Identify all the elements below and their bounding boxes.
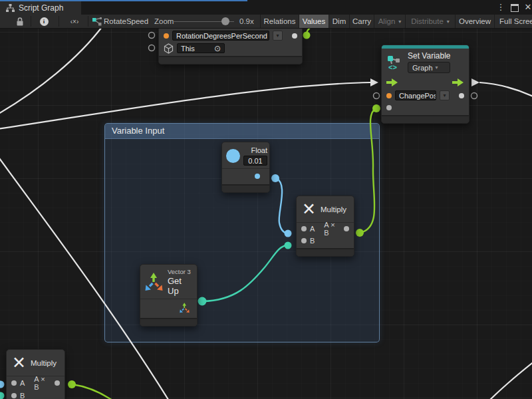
graph-toolbar: i ‹×› RotateSpeed Zoom 0.9x Relations Va… xyxy=(0,15,532,29)
carry-button[interactable]: Carry xyxy=(349,15,374,28)
multiply-title: Multiply xyxy=(321,205,346,213)
toolbar-separator xyxy=(88,16,88,27)
overview-button[interactable]: Overview xyxy=(455,15,494,28)
maximize-button[interactable] xyxy=(511,4,519,12)
get-variable-output-port[interactable] xyxy=(292,33,297,39)
multiply-title: Multiply xyxy=(31,359,57,367)
float-type-label: Float xyxy=(251,146,267,154)
target-object-value: This xyxy=(181,44,195,53)
multiply-b-port[interactable] xyxy=(301,238,307,243)
multiply-output-port[interactable] xyxy=(55,380,60,386)
values-button[interactable]: Values xyxy=(299,15,329,28)
variable-name-port[interactable] xyxy=(386,93,392,98)
title-bar: Script Graph ⋮ ✕ xyxy=(0,0,532,15)
graph-breadcrumb[interactable]: RotateSpeed xyxy=(104,15,148,28)
zoom-slider-handle[interactable] xyxy=(221,17,229,25)
variable-name-port[interactable] xyxy=(164,33,169,39)
close-button[interactable]: ✕ xyxy=(523,2,532,13)
group-header[interactable]: Variable Input xyxy=(105,124,379,139)
vector3-axes-icon xyxy=(145,273,163,291)
set-variable-dropdown-button[interactable]: ▾ xyxy=(440,90,450,100)
button-label: Dim xyxy=(332,17,346,25)
relations-button[interactable]: Relations xyxy=(260,15,299,28)
node-set-variable[interactable]: <> Set Variable Graph ▾ ChangePos ▾ xyxy=(381,45,469,124)
set-variable-output-port[interactable] xyxy=(459,93,464,98)
multiply-output-label: A × B xyxy=(324,221,340,237)
scope-dropdown-arrow-icon: ▾ xyxy=(436,65,438,70)
tab-script-graph[interactable]: Script Graph xyxy=(0,1,81,15)
float-value-input[interactable]: 0.01 xyxy=(243,156,267,166)
multiply-b-label: B xyxy=(20,392,25,399)
button-label: Relations xyxy=(264,17,296,25)
multiply-icon: ✕ xyxy=(302,201,316,218)
node-footer xyxy=(222,184,269,192)
set-variable-name-dropdown[interactable]: ChangePos xyxy=(395,90,436,100)
zoom-value: 0.9x xyxy=(239,15,254,28)
multiply-a-label: A xyxy=(310,225,315,233)
node-footer xyxy=(140,318,197,326)
button-label: Values xyxy=(303,17,325,25)
button-label: Carry xyxy=(352,17,371,25)
code-toggle-button[interactable]: ‹×› xyxy=(65,15,84,28)
multiply-a-label: A xyxy=(20,379,25,387)
chevron-down-icon: ▾ xyxy=(398,19,401,25)
button-label: Overview xyxy=(459,17,491,25)
vector3-output-port[interactable] xyxy=(180,303,190,313)
gameobject-cube-icon xyxy=(164,43,174,54)
info-button[interactable]: i xyxy=(39,15,49,28)
multiply-output-label: A × B xyxy=(34,375,51,391)
button-label: Distribute xyxy=(411,17,444,25)
variable-name-dropdown[interactable]: RotationDegreesPerSecond xyxy=(172,31,269,41)
node-footer xyxy=(297,248,354,256)
window-menu-button[interactable]: ⋮ xyxy=(495,2,506,13)
variable-dropdown-button[interactable]: ▾ xyxy=(273,31,283,41)
node-vector3-get-up[interactable]: Vector 3 Get Up xyxy=(140,264,198,327)
variable-scope-dropdown[interactable]: Graph ▾ xyxy=(408,62,450,73)
button-label: Full Screen xyxy=(499,17,532,25)
multiply-a-port[interactable] xyxy=(301,226,307,231)
variable-scope-value: Graph xyxy=(412,64,433,72)
variable-brackets-icon: <> xyxy=(388,63,397,70)
multiply-a-port[interactable] xyxy=(11,380,17,386)
info-icon: i xyxy=(40,17,49,26)
node-footer xyxy=(159,56,302,64)
align-dropdown-button[interactable]: Align ▾ xyxy=(374,15,405,28)
flow-input-port[interactable] xyxy=(386,78,398,86)
target-object-field[interactable]: This ⊙ xyxy=(177,43,225,53)
node-float-literal[interactable]: Float 0.01 xyxy=(221,142,270,193)
lock-button[interactable] xyxy=(15,15,25,28)
vector3-type-label: Vector 3 xyxy=(168,268,192,275)
chevron-down-icon: ▾ xyxy=(447,19,450,25)
toolbar-separator xyxy=(59,16,59,27)
float-output-port[interactable] xyxy=(255,174,260,179)
node-get-variable[interactable]: RotationDegreesPerSecond ▾ This ⊙ xyxy=(158,28,303,65)
distribute-dropdown-button[interactable]: Distribute ▾ xyxy=(405,15,455,28)
multiply-icon: ✕ xyxy=(12,354,26,372)
flow-output-port[interactable] xyxy=(452,78,464,86)
dim-button[interactable]: Dim xyxy=(329,15,349,28)
node-footer xyxy=(382,115,469,123)
node-multiply-main[interactable]: ✕ Multiply A A × B B xyxy=(296,196,354,257)
tab-title: Script Graph xyxy=(19,3,63,13)
button-label: Align xyxy=(378,17,396,25)
full-screen-button[interactable]: Full Screen xyxy=(494,15,532,28)
set-variable-title: Set Variable xyxy=(408,51,450,61)
multiply-output-port[interactable] xyxy=(344,226,349,231)
set-variable-value-port[interactable] xyxy=(386,105,392,110)
graph-breadcrumb-icon xyxy=(92,15,102,28)
toolbar-separator xyxy=(31,16,31,27)
get-up-title: Get Up xyxy=(168,276,192,296)
zoom-label: Zoom xyxy=(154,15,174,28)
node-multiply-bottom[interactable]: ✕ Multiply A A × B B xyxy=(6,349,65,399)
float-type-icon xyxy=(226,149,240,163)
script-graph-icon xyxy=(6,4,15,12)
group-title: Variable Input xyxy=(112,126,164,136)
lock-icon xyxy=(16,17,24,26)
multiply-b-label: B xyxy=(310,237,315,245)
set-variable-graph-icon: <> xyxy=(387,55,403,70)
multiply-b-port[interactable] xyxy=(11,393,17,398)
object-picker-icon[interactable]: ⊙ xyxy=(214,44,221,53)
